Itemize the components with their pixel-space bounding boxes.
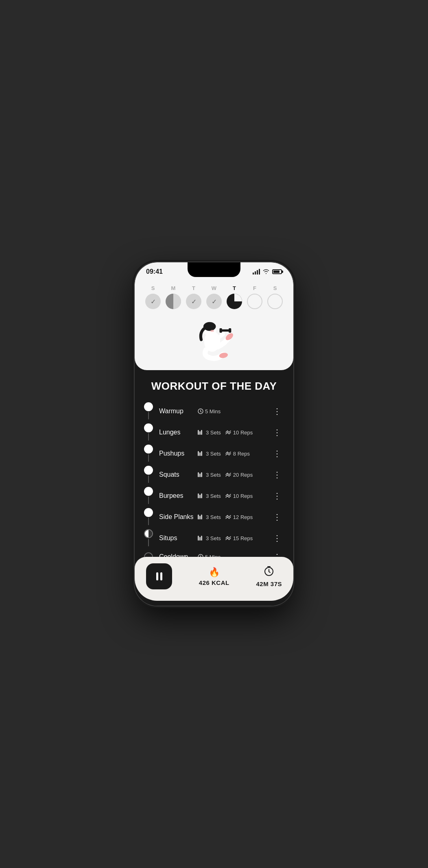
list-item[interactable]: Side Planks 3 Sets xyxy=(143,506,285,528)
svg-point-2 xyxy=(203,322,216,331)
more-button-1[interactable]: ⋮ xyxy=(270,426,285,439)
svg-rect-8 xyxy=(229,328,231,333)
exercise-dot-container-6 xyxy=(143,529,154,547)
more-button-6[interactable]: ⋮ xyxy=(270,532,285,545)
exercise-dot-container-7 xyxy=(143,552,154,557)
day-label-1: M xyxy=(171,285,176,291)
sets-meta-3: 3 Sets xyxy=(198,472,221,478)
sets-meta-1: 3 Sets xyxy=(198,430,221,436)
timer-icon xyxy=(264,566,274,579)
day-circle-6 xyxy=(267,294,283,309)
day-col-6[interactable]: S xyxy=(267,285,283,309)
reps-meta-4: 10 Reps xyxy=(225,493,253,499)
exercise-dot-4 xyxy=(144,487,153,496)
reps-meta-6: 15 Reps xyxy=(225,535,253,541)
day-col-3[interactable]: W ✓ xyxy=(206,285,222,309)
connector-4 xyxy=(148,497,149,504)
day-label-2: T xyxy=(192,285,195,291)
exercise-meta-3: 3 Sets 20 Reps xyxy=(198,472,265,478)
day-circle-5 xyxy=(247,294,262,309)
more-button-0[interactable]: ⋮ xyxy=(270,405,285,418)
list-item[interactable]: Cooldown 5 Mins ⋮ xyxy=(143,549,285,557)
connector-0 xyxy=(148,412,149,419)
day-col-2[interactable]: T ✓ xyxy=(186,285,201,309)
more-button-2[interactable]: ⋮ xyxy=(270,447,285,460)
more-button-3[interactable]: ⋮ xyxy=(270,468,285,481)
pause-button[interactable] xyxy=(146,563,172,589)
day-circle-0: ✓ xyxy=(145,294,161,309)
svg-rect-7 xyxy=(220,328,222,333)
exercise-dot-5 xyxy=(144,508,153,517)
sets-meta-4: 3 Sets xyxy=(198,493,221,499)
battery-icon xyxy=(272,269,282,274)
exercise-name-5: Side Planks xyxy=(159,513,198,521)
exercise-meta-7: 5 Mins xyxy=(198,554,265,557)
exercise-name-0: Warmup xyxy=(159,408,198,415)
phone-inner: 09:41 xyxy=(135,262,293,606)
list-item[interactable]: Situps 3 Sets xyxy=(143,528,285,549)
connector-5 xyxy=(148,518,149,525)
status-icons xyxy=(253,268,282,275)
main-content[interactable]: WORKOUT OF THE DAY Warmup xyxy=(135,370,293,557)
svg-rect-23 xyxy=(199,516,201,519)
exercise-meta-1: 3 Sets 10 Reps xyxy=(198,430,265,436)
day-col-0[interactable]: S ✓ xyxy=(145,285,161,309)
day-col-1[interactable]: M xyxy=(166,285,181,309)
reps-meta-3: 20 Reps xyxy=(225,472,253,478)
exercise-name-7: Cooldown xyxy=(159,553,198,557)
svg-rect-18 xyxy=(201,472,202,477)
sets-meta-6: 3 Sets xyxy=(198,535,221,541)
list-item[interactable]: Lunges 3 Sets xyxy=(143,422,285,443)
exercise-dot-6 xyxy=(144,529,153,538)
connector-3 xyxy=(148,475,149,483)
notch xyxy=(188,262,240,277)
day-label-5: F xyxy=(253,285,256,291)
list-item[interactable]: Burpees 3 Sets xyxy=(143,485,285,506)
list-item[interactable]: Squats 3 Sets xyxy=(143,464,285,485)
week-row: S ✓ M T ✓ xyxy=(143,285,285,309)
day-col-4[interactable]: T xyxy=(227,285,242,309)
exercise-info-4: Burpees 3 Sets xyxy=(159,492,265,499)
illustration xyxy=(143,313,285,370)
exercise-meta-4: 3 Sets 10 Reps xyxy=(198,493,265,499)
exercise-dot-container-3 xyxy=(143,466,154,484)
day-label-0: S xyxy=(151,285,155,291)
pause-icon xyxy=(156,572,162,580)
exercise-name-3: Squats xyxy=(159,471,198,478)
svg-rect-24 xyxy=(201,515,202,519)
exercise-meta-6: 3 Sets 15 Reps xyxy=(198,535,265,541)
exercise-name-6: Situps xyxy=(159,534,198,542)
list-item[interactable]: Pushups 3 Sets xyxy=(143,443,285,464)
more-button-4[interactable]: ⋮ xyxy=(270,489,285,502)
signal-icon xyxy=(253,269,260,275)
connector-1 xyxy=(148,433,149,441)
svg-rect-10 xyxy=(198,430,199,435)
sets-meta-5: 3 Sets xyxy=(198,514,221,520)
svg-rect-14 xyxy=(199,452,201,456)
list-item[interactable]: Warmup 5 Mins ⋮ xyxy=(143,401,285,422)
flame-icon: 🔥 xyxy=(209,567,220,578)
exercise-dot-7 xyxy=(144,552,153,557)
exercise-name-1: Lunges xyxy=(159,429,198,436)
svg-rect-21 xyxy=(201,493,202,498)
exercise-dot-container-0 xyxy=(143,402,154,420)
day-col-5[interactable]: F xyxy=(247,285,262,309)
reps-meta-5: 12 Reps xyxy=(225,514,253,520)
more-button-7[interactable]: ⋮ xyxy=(270,550,285,557)
exercise-dot-1 xyxy=(144,423,153,432)
exercise-info-7: Cooldown 5 Mins xyxy=(159,553,265,557)
svg-rect-26 xyxy=(199,537,201,541)
kcal-value: 426 KCAL xyxy=(199,579,229,586)
wifi-icon xyxy=(262,268,270,275)
svg-rect-20 xyxy=(199,495,201,498)
day-circle-3: ✓ xyxy=(206,294,222,309)
svg-rect-13 xyxy=(198,451,199,456)
more-button-5[interactable]: ⋮ xyxy=(270,510,285,523)
exercise-info-0: Warmup 5 Mins xyxy=(159,408,265,415)
top-section: S ✓ M T ✓ xyxy=(135,279,293,370)
sets-meta-2: 3 Sets xyxy=(198,451,221,457)
svg-rect-17 xyxy=(199,473,201,477)
phone-frame: 09:41 xyxy=(135,262,293,606)
exercise-dot-3 xyxy=(144,466,153,475)
svg-rect-15 xyxy=(201,451,202,456)
